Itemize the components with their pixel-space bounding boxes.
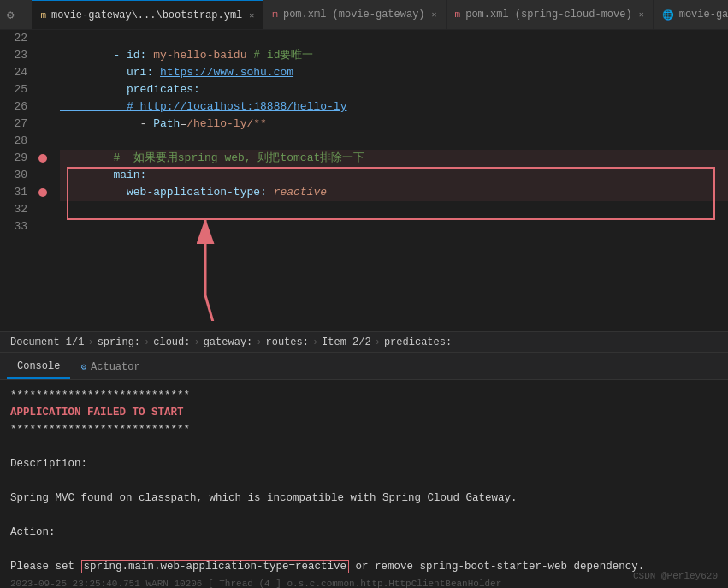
tab-label-pom-cloud: pom.xml (spring-cloud-move) (465, 9, 631, 21)
tab-icon-movie-gateway2: 🌐 (662, 9, 674, 21)
breadcrumb-gateway[interactable]: gateway: (204, 336, 253, 348)
ln-32: 32 (7, 201, 27, 218)
console-output: **************************** APPLICATION… (0, 380, 728, 588)
console-line-set-suffix: or remove spring-boot-starter-web depend… (349, 561, 644, 573)
code-31-val: reactive (274, 184, 327, 201)
gutter-22 (34, 30, 51, 47)
code-31-key: web-application-type: (60, 184, 274, 201)
console-line-blank3 (10, 507, 718, 524)
tab-pom-cloud[interactable]: m pom.xml (spring-cloud-move) ✕ (447, 0, 654, 29)
code-25-key: predicates: (60, 81, 200, 98)
tab-bar: ⚙ m movie-gateway\...\bootstrap.yml ✕ m … (0, 0, 728, 30)
gutter-29 (34, 150, 51, 167)
tab-separator (21, 6, 21, 23)
ln-22: 22 (7, 30, 27, 47)
tab-close-pom-cloud[interactable]: ✕ (639, 9, 644, 20)
console-line-blank2 (10, 472, 718, 490)
breadcrumb-cloud[interactable]: cloud: (153, 336, 190, 348)
code-line-27: - Path=/hello-ly/** (60, 116, 728, 133)
gutter-28 (34, 133, 51, 150)
breadcrumb-sep-0: › (87, 336, 93, 348)
gutter-24 (34, 64, 51, 81)
code-24-key: uri: (60, 64, 160, 81)
gutter-31 (34, 184, 51, 201)
code-27-dash: - (60, 116, 153, 133)
actuator-tab-label: Actuator (91, 361, 140, 373)
line-numbers: 22 23 24 25 26 27 28 29 30 31 32 33 (0, 30, 34, 323)
ln-33: 33 (7, 218, 27, 235)
tab-bootstrap[interactable]: m movie-gateway\...\bootstrap.yml ✕ (32, 0, 263, 29)
tab-label-movie-gateway2: movie-gateway\. (679, 9, 728, 21)
ln-27: 27 (7, 116, 27, 133)
tab-close-pom-gateway[interactable]: ✕ (432, 9, 437, 20)
breadcrumb-sep-4: › (312, 336, 318, 348)
ln-24: 24 (7, 64, 27, 81)
bottom-panel: Console ⚙ Actuator *********************… (0, 353, 728, 588)
code-line-26: # http://localhost:18888/hello-ly (60, 98, 728, 116)
console-line-desc: Description: (10, 455, 718, 472)
gutter-32 (34, 201, 51, 218)
console-line-blank4 (10, 541, 718, 558)
console-line-stars2: **************************** (10, 421, 718, 438)
tab-icon-pom-cloud: m (455, 9, 461, 20)
code-27-val: /hello-ly/** (186, 116, 267, 133)
editor-container: 22 23 24 25 26 27 28 29 30 31 32 33 (0, 30, 728, 331)
code-line-23: - id: my-hello-baidu # id要唯一 (60, 47, 728, 64)
watermark: CSDN @Perley620 (633, 569, 718, 585)
gutter-23 (34, 47, 51, 64)
console-line-action: Action: (10, 524, 718, 541)
panel-tab-actuator[interactable]: ⚙ Actuator (70, 354, 150, 379)
tab-icon-bootstrap: m (40, 10, 46, 21)
gutter-26 (34, 98, 51, 116)
breadcrumb-routes[interactable]: routes: (265, 336, 308, 348)
breadcrumb-sep-3: › (256, 336, 262, 348)
code-30-key: main: (60, 167, 146, 184)
code-27-eq: = (180, 116, 186, 133)
code-23-comment: # id要唯一 (246, 47, 313, 64)
breakpoint-31-icon (38, 188, 47, 197)
tab-pom-gateway[interactable]: m pom.xml (movie-gateway) ✕ (263, 0, 446, 29)
code-line-24: uri: https://www.sohu.com (60, 64, 728, 81)
ln-31: 31 (7, 184, 27, 201)
breadcrumb-sep-1: › (144, 336, 150, 348)
gutter-27 (34, 116, 51, 133)
tab-close-bootstrap[interactable]: ✕ (249, 10, 254, 21)
gutter-33 (34, 218, 51, 235)
settings-icon[interactable]: ⚙ (3, 6, 17, 24)
console-line-mvc: Spring MVC found on classpath, which is … (10, 490, 718, 507)
console-bottom-line: 2023-09-25 23:25:40.751 WARN 10206 [ Thr… (10, 577, 718, 588)
ln-25: 25 (7, 81, 27, 98)
editor-area: 22 23 24 25 26 27 28 29 30 31 32 33 (0, 30, 728, 323)
tab-bar-left: ⚙ (3, 6, 32, 24)
code-23-val: my-hello-baidu (153, 47, 246, 64)
panel-tab-console[interactable]: Console (7, 354, 70, 379)
tab-movie-gateway2[interactable]: 🌐 movie-gateway\. (654, 0, 728, 29)
breadcrumb-item[interactable]: Item 2/2 (322, 336, 371, 348)
gutter-30 (34, 167, 51, 184)
tab-icon-pom-gateway: m (272, 9, 278, 20)
console-line-set: Please set spring.main.web-application-t… (10, 558, 718, 575)
code-26-comment: # http://localhost:18888/hello-ly (60, 98, 346, 116)
code-content[interactable]: - id: my-hello-baidu # id要唯一 uri: https:… (51, 30, 728, 323)
code-line-22 (60, 30, 728, 47)
code-23-text: - id: (60, 47, 153, 64)
breadcrumb-bar: Document 1/1 › spring: › cloud: › gatewa… (0, 331, 728, 353)
breadcrumb-doc: Document 1/1 (10, 336, 84, 348)
code-line-25: predicates: (60, 81, 728, 98)
breadcrumb-sep-5: › (375, 336, 381, 348)
code-line-28 (60, 133, 728, 150)
console-tab-label: Console (17, 360, 60, 372)
code-line-31: web-application-type: reactive (60, 184, 728, 201)
console-line-blank1 (10, 438, 718, 455)
breadcrumb-predicates[interactable]: predicates: (384, 336, 452, 348)
breadcrumb-spring[interactable]: spring: (98, 336, 140, 348)
code-line-32 (60, 201, 728, 218)
tab-label-bootstrap: movie-gateway\...\bootstrap.yml (51, 9, 242, 21)
gutter-25 (34, 81, 51, 98)
tab-label-pom-gateway: pom.xml (movie-gateway) (283, 9, 425, 21)
actuator-icon: ⚙ (80, 361, 86, 372)
ln-29: 29 (7, 150, 27, 167)
ln-28: 28 (7, 133, 27, 150)
code-24-url: https://www.sohu.com (160, 64, 293, 81)
breadcrumb-sep-2: › (193, 336, 199, 348)
